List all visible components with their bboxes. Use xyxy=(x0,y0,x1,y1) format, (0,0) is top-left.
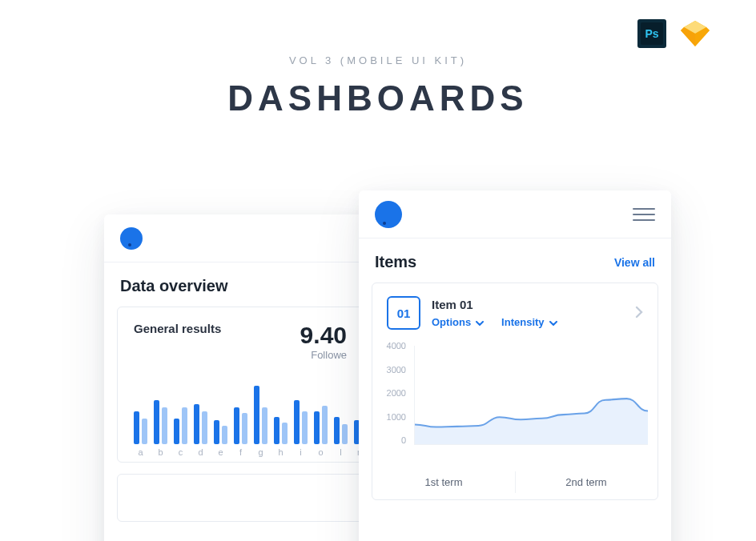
bar-category-label: d xyxy=(198,447,203,457)
kpi-value: 9.40 xyxy=(300,322,347,349)
panel-title: General results xyxy=(134,322,221,361)
intensity-dropdown[interactable]: Intensity xyxy=(501,316,557,328)
bar-category-label: f xyxy=(239,447,242,457)
section-title: Data overview xyxy=(120,277,228,295)
bar-category-label: l xyxy=(340,447,341,457)
item-number-badge: 01 xyxy=(387,296,420,330)
y-tick-label: 1000 xyxy=(382,412,406,422)
card-items: Items View all 01 Item 01 Options xyxy=(359,190,671,541)
page-subtitle: VOL 3 (MOBILE UI KIT) xyxy=(0,54,756,66)
chevron-down-icon xyxy=(549,316,557,328)
y-tick-label: 3000 xyxy=(382,365,406,375)
page-title: DASHBOARDS xyxy=(0,78,756,118)
svg-text:Ps: Ps xyxy=(645,27,658,40)
bar-category-label: g xyxy=(258,447,263,457)
avatar[interactable] xyxy=(120,227,143,250)
options-label: Options xyxy=(432,316,471,328)
bar-category-label: c xyxy=(179,447,183,457)
area-chart: 40003000200010000 xyxy=(372,341,657,459)
y-tick-label: 0 xyxy=(382,435,406,445)
item-name: Item 01 xyxy=(432,298,624,311)
kpi-label: Followe xyxy=(300,349,347,361)
section-title: Items xyxy=(375,253,416,271)
avatar[interactable] xyxy=(375,201,402,228)
term-1[interactable]: 1st term xyxy=(372,465,515,499)
card-data-overview: Data overview General results 9.40 Follo… xyxy=(104,214,376,541)
y-tick-label: 4000 xyxy=(382,341,406,351)
bar-category-label: e xyxy=(218,447,223,457)
view-all-link[interactable]: View all xyxy=(614,256,655,269)
bar-category-label: o xyxy=(318,447,323,457)
bar-category-label: h xyxy=(278,447,283,457)
item-panel: 01 Item 01 Options Intensity xyxy=(372,283,658,500)
photoshop-badge-icon: Ps xyxy=(637,19,666,51)
bar-category-label: i xyxy=(300,447,301,457)
chevron-right-icon[interactable] xyxy=(635,304,643,323)
sketch-badge-icon xyxy=(679,19,711,51)
chevron-down-icon xyxy=(476,316,484,328)
term-2[interactable]: 2nd term xyxy=(515,465,657,499)
bar-category-label: a xyxy=(138,447,143,457)
y-tick-label: 2000 xyxy=(382,388,406,398)
secondary-panel xyxy=(117,474,364,522)
menu-icon[interactable] xyxy=(633,208,655,221)
bar-chart: abcdefghiolmn xyxy=(118,366,363,462)
general-results-panel: General results 9.40 Followe abcdefghiol… xyxy=(117,307,364,463)
bar-category-label: b xyxy=(158,447,163,457)
intensity-label: Intensity xyxy=(501,316,544,328)
options-dropdown[interactable]: Options xyxy=(432,316,484,328)
